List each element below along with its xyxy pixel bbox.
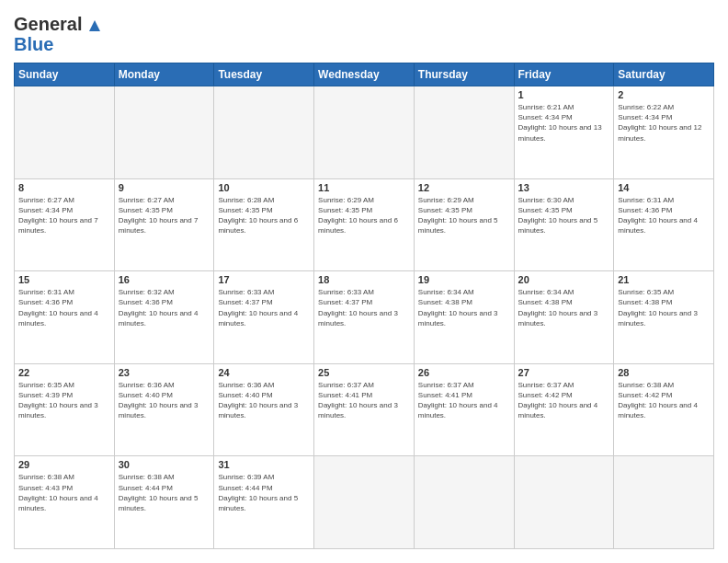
empty-day [214,86,314,179]
weekday-header: Tuesday [214,63,314,86]
day-info: Sunrise: 6:35 AMSunset: 4:38 PMDaylight:… [618,287,710,328]
calendar-day: 14Sunrise: 6:31 AMSunset: 4:36 PMDayligh… [614,178,714,271]
calendar-day: 21Sunrise: 6:35 AMSunset: 4:38 PMDayligh… [614,271,714,364]
day-info: Sunrise: 6:21 AMSunset: 4:34 PMDaylight:… [518,102,610,144]
day-number: 20 [518,274,610,285]
weekday-header: Monday [114,63,214,86]
calendar-day: 27Sunrise: 6:37 AMSunset: 4:42 PMDayligh… [514,363,614,456]
day-number: 18 [318,274,410,285]
logo-icon [87,18,102,33]
day-number: 22 [18,367,110,378]
logo-text: General [14,14,102,34]
day-number: 2 [618,89,710,100]
day-info: Sunrise: 6:34 AMSunset: 4:38 PMDaylight:… [518,287,610,328]
day-info: Sunrise: 6:39 AMSunset: 4:44 PMDaylight:… [218,472,310,513]
empty-day [114,86,214,179]
day-info: Sunrise: 6:32 AMSunset: 4:36 PMDaylight:… [119,287,210,328]
calendar-day: 10Sunrise: 6:28 AMSunset: 4:35 PMDayligh… [214,178,314,271]
header: General Blue [14,14,714,55]
weekday-header: Sunday [15,63,115,86]
day-info: Sunrise: 6:37 AMSunset: 4:41 PMDaylight:… [418,380,510,421]
day-info: Sunrise: 6:36 AMSunset: 4:40 PMDaylight:… [218,380,310,421]
calendar-day: 2Sunrise: 6:22 AMSunset: 4:34 PMDaylight… [614,86,714,179]
calendar-day: 17Sunrise: 6:33 AMSunset: 4:37 PMDayligh… [214,271,314,364]
calendar-day: 9Sunrise: 6:27 AMSunset: 4:35 PMDaylight… [114,178,214,271]
logo-general: General [14,14,82,34]
calendar-day: 11Sunrise: 6:29 AMSunset: 4:35 PMDayligh… [314,178,415,271]
day-number: 15 [18,274,110,285]
day-number: 31 [218,459,310,470]
calendar-day: 26Sunrise: 6:37 AMSunset: 4:41 PMDayligh… [414,363,514,456]
day-number: 29 [18,459,110,470]
calendar-day: 25Sunrise: 6:37 AMSunset: 4:41 PMDayligh… [314,363,415,456]
day-number: 10 [218,182,310,193]
calendar-day: 15Sunrise: 6:31 AMSunset: 4:36 PMDayligh… [15,271,115,364]
day-info: Sunrise: 6:37 AMSunset: 4:42 PMDaylight:… [518,380,610,421]
day-info: Sunrise: 6:38 AMSunset: 4:43 PMDaylight:… [18,472,110,513]
day-number: 8 [18,182,110,193]
empty-day [414,456,514,549]
day-number: 14 [618,182,710,193]
day-info: Sunrise: 6:37 AMSunset: 4:41 PMDaylight:… [318,380,410,421]
day-info: Sunrise: 6:31 AMSunset: 4:36 PMDaylight:… [18,287,110,328]
calendar-day: 16Sunrise: 6:32 AMSunset: 4:36 PMDayligh… [114,271,214,364]
day-number: 13 [518,182,610,193]
page: General Blue SundayMondayTuesdayWednesda… [0,0,728,563]
day-info: Sunrise: 6:38 AMSunset: 4:44 PMDaylight:… [119,472,210,513]
empty-day [314,456,415,549]
day-info: Sunrise: 6:31 AMSunset: 4:36 PMDaylight:… [618,195,710,236]
calendar-day: 23Sunrise: 6:36 AMSunset: 4:40 PMDayligh… [114,363,214,456]
calendar-day: 29Sunrise: 6:38 AMSunset: 4:43 PMDayligh… [15,456,115,549]
day-info: Sunrise: 6:38 AMSunset: 4:42 PMDaylight:… [618,380,710,421]
day-info: Sunrise: 6:27 AMSunset: 4:34 PMDaylight:… [18,195,110,236]
weekday-header: Friday [514,63,614,86]
day-number: 27 [518,367,610,378]
calendar-day: 1Sunrise: 6:21 AMSunset: 4:34 PMDaylight… [514,86,614,179]
day-number: 1 [518,89,610,100]
svg-marker-0 [89,20,100,31]
day-number: 16 [119,274,210,285]
calendar-day: 19Sunrise: 6:34 AMSunset: 4:38 PMDayligh… [414,271,514,364]
day-number: 12 [418,182,510,193]
day-info: Sunrise: 6:30 AMSunset: 4:35 PMDaylight:… [518,195,610,236]
day-info: Sunrise: 6:28 AMSunset: 4:35 PMDaylight:… [218,195,310,236]
calendar-day: 30Sunrise: 6:38 AMSunset: 4:44 PMDayligh… [114,456,214,549]
calendar-day: 28Sunrise: 6:38 AMSunset: 4:42 PMDayligh… [614,363,714,456]
day-number: 28 [618,367,710,378]
day-number: 25 [318,367,410,378]
day-info: Sunrise: 6:29 AMSunset: 4:35 PMDaylight:… [318,195,410,236]
day-info: Sunrise: 6:27 AMSunset: 4:35 PMDaylight:… [119,195,210,236]
calendar-table: SundayMondayTuesdayWednesdayThursdayFrid… [14,63,714,549]
empty-day [15,86,115,179]
day-info: Sunrise: 6:34 AMSunset: 4:38 PMDaylight:… [418,287,510,328]
day-number: 9 [119,182,210,193]
calendar-day: 20Sunrise: 6:34 AMSunset: 4:38 PMDayligh… [514,271,614,364]
calendar-day: 13Sunrise: 6:30 AMSunset: 4:35 PMDayligh… [514,178,614,271]
day-number: 30 [119,459,210,470]
day-number: 23 [119,367,210,378]
weekday-header: Wednesday [314,63,415,86]
day-info: Sunrise: 6:29 AMSunset: 4:35 PMDaylight:… [418,195,510,236]
day-info: Sunrise: 6:33 AMSunset: 4:37 PMDaylight:… [318,287,410,328]
day-number: 17 [218,274,310,285]
empty-day [514,456,614,549]
day-info: Sunrise: 6:35 AMSunset: 4:39 PMDaylight:… [18,380,110,421]
day-number: 19 [418,274,510,285]
weekday-header: Thursday [414,63,514,86]
day-number: 11 [318,182,410,193]
empty-day [614,456,714,549]
weekday-header: Saturday [614,63,714,86]
day-number: 26 [418,367,510,378]
calendar-day: 24Sunrise: 6:36 AMSunset: 4:40 PMDayligh… [214,363,314,456]
day-info: Sunrise: 6:22 AMSunset: 4:34 PMDaylight:… [618,102,710,144]
day-number: 21 [618,274,710,285]
day-number: 24 [218,367,310,378]
calendar-day: 8Sunrise: 6:27 AMSunset: 4:34 PMDaylight… [15,178,115,271]
calendar-day: 22Sunrise: 6:35 AMSunset: 4:39 PMDayligh… [15,363,115,456]
day-info: Sunrise: 6:36 AMSunset: 4:40 PMDaylight:… [119,380,210,421]
day-info: Sunrise: 6:33 AMSunset: 4:37 PMDaylight:… [218,287,310,328]
calendar-day: 18Sunrise: 6:33 AMSunset: 4:37 PMDayligh… [314,271,415,364]
empty-day [414,86,514,179]
empty-day [314,86,415,179]
calendar-day: 31Sunrise: 6:39 AMSunset: 4:44 PMDayligh… [214,456,314,549]
